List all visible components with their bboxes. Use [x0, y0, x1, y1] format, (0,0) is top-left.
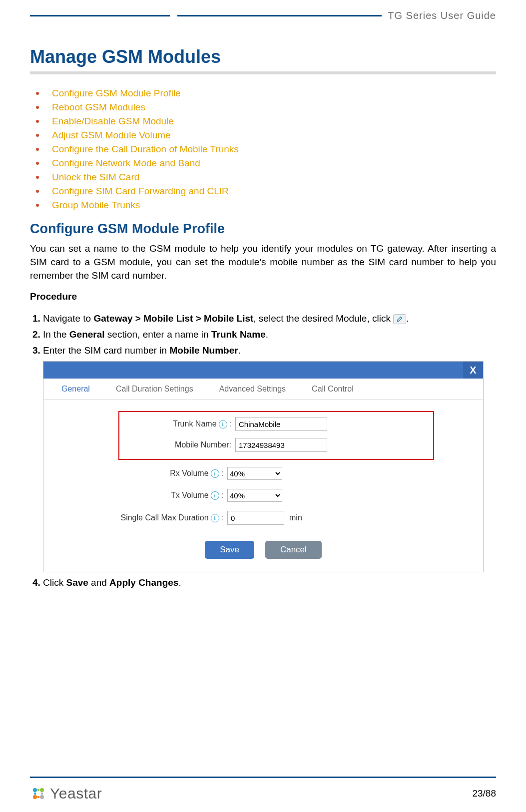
tx-volume-select[interactable]: 40% [227, 489, 282, 502]
bullet-icon [36, 204, 39, 207]
footer-logo: Yeastar [30, 785, 102, 802]
single-call-input[interactable] [227, 511, 284, 525]
field-rx-volume: Rx Volume i : 40% [58, 467, 468, 480]
toc-link[interactable]: Adjust GSM Module Volume [52, 128, 171, 142]
cancel-button[interactable]: Cancel [265, 541, 322, 559]
step-bold: Apply Changes [109, 577, 178, 588]
step-bold: General [69, 329, 105, 340]
label-single-call: Single Call Max Duration [120, 513, 208, 522]
label-rx-volume: Rx Volume [170, 469, 208, 478]
dialog-screenshot: X General Call Duration Settings Advance… [43, 361, 484, 572]
footer: Yeastar 23/88 [30, 777, 496, 802]
page-number: 23/88 [472, 783, 496, 799]
label-tx-volume: Tx Volume [171, 491, 209, 500]
svg-rect-5 [34, 793, 36, 795]
svg-rect-4 [37, 789, 39, 791]
bullet-icon [36, 134, 39, 137]
logo-icon [30, 785, 47, 802]
label-colon: : [221, 469, 223, 478]
procedure-steps-cont: Click Save and Apply Changes. [30, 575, 496, 590]
procedure-label: Procedure [30, 291, 496, 302]
label-min: min [289, 513, 302, 522]
step-text: . [406, 313, 409, 324]
procedure-steps: Navigate to Gateway > Mobile List > Mobi… [30, 311, 496, 358]
svg-point-3 [40, 795, 44, 799]
step-text: . [238, 345, 241, 356]
step-bold: Trunk Name [211, 329, 266, 340]
step-text: . [266, 329, 268, 340]
dialog-buttons: Save Cancel [58, 534, 468, 569]
tab-advanced[interactable]: Advanced Settings [206, 379, 299, 400]
heading-underline [30, 71, 496, 74]
field-tx-volume: Tx Volume i : 40% [58, 489, 468, 502]
svg-point-0 [33, 788, 37, 792]
dialog-body: Trunk Name i : Mobile Number: Rx Volume [43, 400, 483, 572]
info-icon[interactable]: i [211, 491, 219, 500]
step-text: Click [43, 577, 66, 588]
footer-brand: Yeastar [50, 785, 102, 802]
mobile-number-input[interactable] [235, 438, 327, 452]
bullet-icon [36, 106, 39, 109]
dialog-titlebar: X [43, 362, 483, 379]
step-text: section, enter a name in [105, 329, 211, 340]
toc-link[interactable]: Configure GSM Module Profile [52, 86, 181, 100]
label-colon: : [221, 491, 223, 500]
label-mobile-number: Mobile Number: [175, 440, 231, 449]
header-title: TG Series User Guide [382, 10, 496, 21]
bullet-icon [36, 120, 39, 123]
toc-list: Configure GSM Module Profile Reboot GSM … [30, 86, 496, 212]
svg-point-2 [33, 795, 37, 799]
step-bold: Mobile Number [169, 345, 238, 356]
header-line-left [30, 15, 170, 16]
close-button[interactable]: X [463, 362, 483, 379]
label-colon: : [221, 513, 223, 522]
bullet-icon [36, 162, 39, 165]
step-bold: Save [66, 577, 88, 588]
svg-rect-6 [41, 793, 43, 795]
toc-link[interactable]: Group Mobile Trunks [52, 198, 140, 212]
toc-link[interactable]: Configure the Call Duration of Mobile Tr… [52, 142, 239, 156]
page-heading: Manage GSM Modules [30, 46, 496, 67]
tab-call-control[interactable]: Call Control [299, 379, 367, 400]
tab-call-duration[interactable]: Call Duration Settings [103, 379, 206, 400]
bullet-icon [36, 176, 39, 179]
field-mobile-number: Mobile Number: [126, 438, 426, 452]
step-text: In the [43, 329, 69, 340]
step-bold: Gateway > Mobile List > Mobile List [93, 313, 253, 324]
highlight-box: Trunk Name i : Mobile Number: [118, 411, 434, 460]
step-text: and [88, 577, 109, 588]
toc-link[interactable]: Unlock the SIM Card [52, 170, 139, 184]
dialog-tabs: General Call Duration Settings Advanced … [43, 379, 483, 400]
svg-point-1 [40, 788, 44, 792]
step-text: , select the desired Module, click [253, 313, 393, 324]
header-line-right [177, 15, 382, 16]
bullet-icon [36, 92, 39, 95]
header-rule: TG Series User Guide [30, 10, 496, 21]
step-3: Enter the SIM card number in Mobile Numb… [43, 343, 496, 358]
step-1: Navigate to Gateway > Mobile List > Mobi… [43, 311, 496, 326]
step-text: . [178, 577, 181, 588]
field-trunk-name: Trunk Name i : [126, 417, 426, 431]
save-button[interactable]: Save [205, 541, 254, 559]
rx-volume-select[interactable]: 40% [227, 467, 282, 480]
intro-paragraph: You can set a name to the GSM module to … [30, 242, 496, 282]
label-colon: : [229, 419, 231, 428]
field-single-call: Single Call Max Duration i : min [58, 511, 468, 525]
svg-rect-7 [37, 796, 39, 798]
step-2: In the General section, enter a name in … [43, 327, 496, 342]
info-icon[interactable]: i [219, 420, 227, 428]
toc-link[interactable]: Reboot GSM Modules [52, 100, 145, 114]
[interactable] [235, 417, 327, 431]
bullet-icon [36, 190, 39, 193]
info-icon[interactable]: i [211, 514, 219, 522]
toc-link[interactable]: Configure Network Mode and Band [52, 156, 200, 170]
edit-icon [393, 314, 406, 324]
info-icon[interactable]: i [211, 469, 219, 478]
step-text: Navigate to [43, 313, 93, 324]
toc-link[interactable]: Configure SIM Card Forwarding and CLIR [52, 184, 229, 198]
toc-link[interactable]: Enable/Disable GSM Module [52, 114, 174, 128]
bullet-icon [36, 148, 39, 151]
label-trunk-name: Trunk Name [173, 419, 216, 428]
step-text: Enter the SIM card number in [43, 345, 169, 356]
tab-general[interactable]: General [48, 379, 103, 400]
